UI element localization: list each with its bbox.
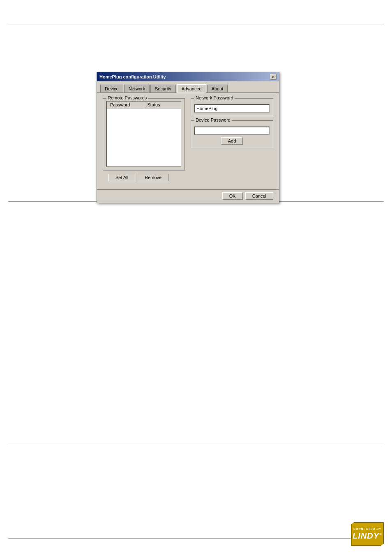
col-status-header: Status (144, 101, 181, 108)
tab-about[interactable]: About (207, 85, 228, 93)
bottom-actions: Set All Remove (103, 170, 273, 185)
network-password-section: Network Password (191, 98, 273, 116)
right-panel: Network Password Device Password Add (191, 98, 273, 170)
bottom-rule-2 (8, 444, 384, 444)
tab-network[interactable]: Network (124, 85, 150, 93)
top-rule (8, 25, 384, 25)
ok-button[interactable]: OK (222, 192, 243, 200)
dialog-title: HomePlug configuration Utility (99, 74, 166, 79)
homeplug-dialog: HomePlug configuration Utility ✕ Device … (97, 72, 279, 203)
add-btn-row: Add (194, 137, 270, 145)
lindy-logo: CONNECTED BY LINDY® (351, 522, 384, 547)
col-password-header: Password (107, 101, 144, 108)
dialog-content: Remote Passwords Password Status Network… (103, 98, 273, 170)
lindy-logo-inner: CONNECTED BY LINDY® (351, 522, 384, 546)
device-password-input[interactable] (194, 127, 270, 135)
device-password-section: Device Password Add (191, 120, 273, 148)
network-password-legend: Network Password (194, 95, 235, 100)
tab-device[interactable]: Device (100, 85, 123, 93)
table-header: Password Status (107, 101, 181, 108)
dialog-body: Remote Passwords Password Status Network… (97, 93, 279, 189)
network-password-groupbox: Network Password (191, 98, 273, 116)
tabs-bar: Device Network Security Advanced About (97, 81, 279, 93)
remote-passwords-groupbox: Remote Passwords Password Status (103, 98, 185, 170)
dialog-footer: OK Cancel (97, 189, 279, 203)
tab-advanced[interactable]: Advanced (177, 84, 206, 93)
remove-button[interactable]: Remove (138, 174, 168, 181)
dialog-titlebar: HomePlug configuration Utility ✕ (97, 72, 279, 81)
network-password-input[interactable] (194, 104, 270, 113)
device-password-groupbox: Device Password Add (191, 120, 273, 148)
lindy-connected-by: CONNECTED BY (353, 527, 381, 530)
tab-security[interactable]: Security (150, 85, 176, 93)
set-all-button[interactable]: Set All (108, 174, 135, 181)
remote-passwords-section: Remote Passwords Password Status (103, 98, 185, 170)
bottom-rule-3 (8, 538, 384, 539)
remote-passwords-legend: Remote Passwords (106, 95, 148, 100)
close-button[interactable]: ✕ (270, 74, 277, 80)
lindy-brand: LINDY® (353, 531, 382, 541)
device-password-legend: Device Password (194, 117, 232, 122)
remote-passwords-list[interactable]: Password Status (106, 101, 181, 167)
cancel-button[interactable]: Cancel (245, 192, 273, 200)
add-button[interactable]: Add (221, 137, 243, 145)
